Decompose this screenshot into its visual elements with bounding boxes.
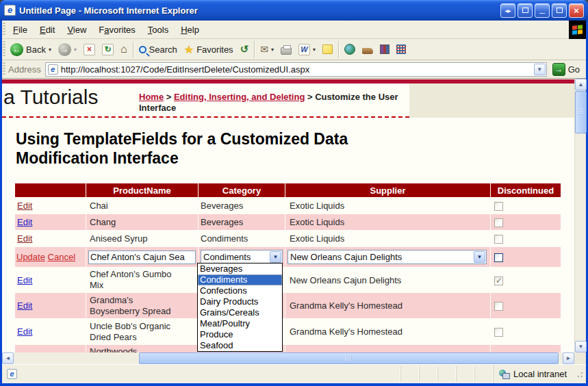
supplier-select[interactable]: New Orleans Cajun Delights ▼ (287, 250, 487, 264)
messenger-button[interactable] (393, 43, 409, 55)
edit-link[interactable]: Edit (17, 326, 32, 337)
edit-link[interactable]: Edit (17, 233, 32, 244)
category-select[interactable]: Condiments ▼ (201, 250, 283, 264)
dropdown-option[interactable]: Seafood (198, 340, 282, 351)
category-cell: Beverages (199, 198, 285, 214)
status-pane (456, 366, 474, 382)
scroll-left-button[interactable]: ◄ (2, 352, 14, 364)
edit-link[interactable]: Edit (17, 201, 32, 211)
vertical-scrollbar[interactable]: ▲ ▼ (574, 79, 586, 352)
word-dropdown-caret[interactable]: ▾ (313, 47, 316, 53)
titlebar-arrows-button[interactable]: ◀▶ (500, 3, 515, 18)
menu-edit[interactable]: Edit (34, 21, 61, 38)
back-dropdown-caret[interactable]: ▾ (49, 47, 51, 53)
discuss-button[interactable] (359, 43, 376, 55)
menu-tools[interactable]: Tools (142, 21, 175, 38)
window-title: Untitled Page - Microsoft Internet Explo… (19, 5, 500, 16)
menu-help[interactable]: Help (175, 21, 205, 38)
go-button[interactable]: → Go (551, 62, 584, 77)
forward-icon: → (58, 43, 71, 56)
search-button[interactable]: Search (136, 43, 181, 56)
edit-with-word-button[interactable]: W ▾ (295, 42, 319, 57)
menu-bar: File Edit View Favorites Tools Help (2, 21, 586, 39)
mail-button[interactable]: ✉ ▾ (257, 42, 277, 56)
site-title: a Tutorials (3, 86, 98, 109)
edit-link[interactable]: Edit (17, 275, 32, 285)
addressbar-grip[interactable] (3, 62, 5, 76)
messenger-note-button[interactable] (319, 43, 336, 55)
supplier-cell: Grandma Kelly's Homestead (285, 345, 490, 352)
history-button[interactable]: ↺ (237, 42, 253, 57)
dropdown-option[interactable]: Grains/Cereals (198, 307, 282, 318)
print-button[interactable] (277, 43, 295, 56)
product-name-input[interactable] (88, 250, 196, 264)
favorites-button[interactable]: ★ Favorites (181, 42, 237, 57)
dropdown-option[interactable]: Produce (198, 329, 282, 340)
resize-grip[interactable] (575, 370, 584, 378)
products-gridview: ProductName Category Supplier Discontinu… (14, 183, 561, 352)
discontinued-checkbox[interactable] (494, 253, 503, 262)
dropdown-option[interactable]: Confections (198, 285, 282, 296)
supplier-cell: Exotic Liquids (285, 214, 490, 230)
scroll-up-button[interactable]: ▲ (575, 79, 587, 90)
discontinued-checkbox (494, 218, 503, 227)
menu-file[interactable]: File (7, 21, 34, 38)
toolbar-separator (133, 41, 133, 57)
note-icon (322, 44, 333, 54)
toolbar-grip[interactable] (3, 41, 5, 57)
product-cell: Uncle Bob's Organic Dried Pears (86, 319, 198, 344)
mail-dropdown-caret[interactable]: ▾ (271, 47, 274, 53)
home-button[interactable]: ⌂ (117, 42, 131, 57)
title-bar[interactable]: e Untitled Page - Microsoft Internet Exp… (0, 0, 588, 21)
stop-button[interactable]: × (80, 42, 99, 57)
back-button[interactable]: ← Back ▾ (7, 42, 55, 57)
supplier-cell: Grandma Kelly's Homestead (285, 293, 490, 318)
dropdown-option-selected[interactable]: Condiments (198, 274, 282, 285)
stop-icon: × (84, 44, 95, 55)
product-cell: Chef Anton's Gumbo Mix (86, 268, 198, 292)
dropdown-option[interactable]: Beverages (198, 263, 282, 274)
dropdown-option[interactable]: Dairy Products (198, 296, 282, 307)
windows-flag-icon (572, 25, 583, 36)
category-cell: Beverages (199, 214, 285, 230)
globe-icon (344, 44, 355, 55)
go-arrow-icon: → (552, 63, 565, 76)
close-button[interactable]: × (569, 3, 584, 18)
menu-view[interactable]: View (61, 21, 92, 38)
refresh-icon: ↻ (102, 44, 114, 55)
reference-button[interactable] (376, 43, 393, 55)
menubar-grip[interactable] (3, 23, 5, 36)
menu-favorites[interactable]: Favorites (92, 21, 141, 38)
maximize-icon (557, 8, 563, 13)
cancel-link[interactable]: Cancel (48, 252, 75, 262)
vertical-scroll-thumb[interactable] (575, 91, 587, 133)
editing-row: Update Cancel Condiments ▼ N (15, 247, 561, 267)
status-pane (400, 366, 419, 382)
scroll-down-button[interactable]: ▼ (575, 341, 587, 352)
discontinued-checkbox (494, 302, 503, 311)
research-button[interactable] (341, 42, 359, 56)
minimize-button[interactable]: — (535, 3, 550, 18)
scroll-right-button[interactable]: ► (563, 352, 574, 364)
maximize-button[interactable] (552, 3, 567, 18)
forward-dropdown-caret[interactable]: ▾ (74, 47, 77, 53)
address-input-box[interactable]: e ▼ (45, 62, 547, 77)
breadcrumb-home-link[interactable]: Home (139, 92, 164, 102)
edit-link[interactable]: Edit (17, 217, 32, 227)
dropdown-option[interactable]: Meat/Poultry (198, 318, 282, 329)
edit-link[interactable]: Edit (17, 300, 32, 311)
refresh-button[interactable]: ↻ (99, 42, 117, 57)
horizontal-scroll-thumb[interactable] (139, 352, 559, 364)
home-icon: ⌂ (120, 43, 127, 55)
address-input[interactable] (61, 64, 534, 75)
breadcrumb-section-link[interactable]: Editing, Inserting, and Deleting (174, 92, 305, 102)
col-header-discontinued: Discontinued (491, 183, 561, 197)
forward-button[interactable]: → ▾ (55, 42, 80, 57)
update-link[interactable]: Update (16, 252, 45, 262)
select-arrow-icon[interactable]: ▼ (474, 251, 485, 263)
titlebar-detach-button[interactable] (517, 3, 533, 18)
horizontal-scrollbar[interactable]: ◄ ► (2, 352, 586, 364)
address-dropdown-button[interactable]: ▼ (534, 64, 546, 75)
history-icon: ↺ (240, 43, 249, 55)
select-arrow-icon[interactable]: ▼ (270, 251, 281, 263)
